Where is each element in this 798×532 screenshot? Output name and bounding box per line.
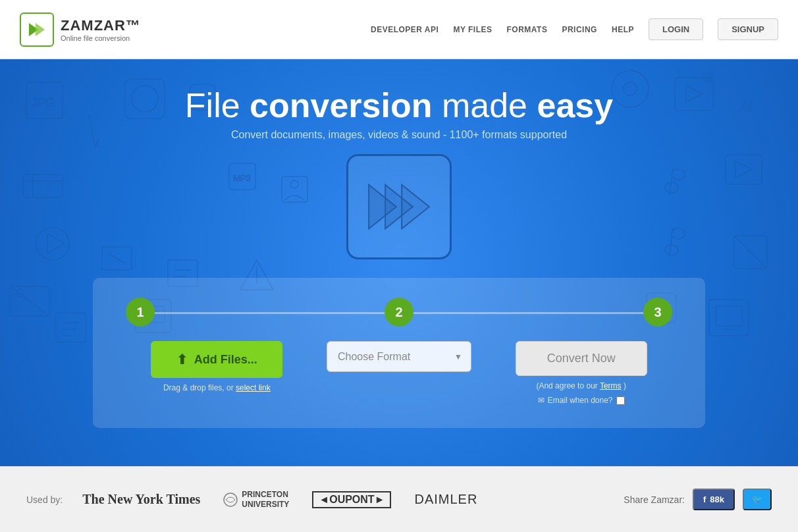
hero-subtitle: Convert documents, images, videos & soun… (231, 129, 567, 141)
svg-point-26 (290, 180, 298, 188)
step-1-number: 1 (126, 298, 155, 327)
svg-line-4 (89, 115, 95, 148)
step-2-col: Choose Format MP4 MP3 PDF JPG PNG (308, 341, 491, 372)
svg-point-36 (672, 169, 685, 180)
logo[interactable]: ZAMZAR™ Online file conversion (20, 13, 141, 47)
step-2-number: 2 (385, 298, 413, 327)
convert-now-button[interactable]: Convert Now (516, 341, 647, 376)
center-conversion-icon (346, 154, 452, 259)
terms-link[interactable]: Terms (600, 381, 622, 390)
select-link[interactable]: select link (236, 383, 271, 392)
logo-icon (20, 13, 54, 47)
nav-developer-api[interactable]: DEVELOPER API (371, 25, 439, 34)
svg-rect-8 (23, 174, 63, 198)
svg-rect-44 (716, 306, 742, 326)
svg-rect-49 (56, 313, 86, 342)
choose-format-select[interactable]: Choose Format MP4 MP3 PDF JPG PNG (327, 341, 471, 372)
svg-line-5 (95, 138, 99, 148)
svg-point-15 (16, 289, 24, 297)
logo-tagline: Online file conversion (61, 34, 141, 42)
svg-rect-43 (709, 300, 749, 336)
footer: Used by: The New York Times PRINCETONUNI… (0, 466, 798, 532)
svg-line-17 (109, 253, 125, 263)
svg-rect-6 (125, 79, 165, 119)
header: ZAMZAR™ Online file conversion DEVELOPER… (0, 0, 798, 59)
email-icon: ✉ (538, 396, 545, 405)
dupont-logo: ◄OUPONT► (312, 491, 391, 508)
email-when-done: ✉ Email when done? (538, 396, 625, 405)
svg-marker-29 (686, 86, 703, 102)
svg-line-14 (10, 286, 49, 316)
svg-text:Ai: Ai (739, 97, 753, 114)
facebook-count: 88k (710, 494, 724, 504)
used-by-label: Used by: (26, 494, 63, 505)
svg-line-39 (734, 236, 767, 269)
signup-button[interactable]: SIGNUP (718, 18, 778, 40)
svg-point-37 (665, 182, 678, 193)
steps-actions: ⬆ Add Files... Drag & drop files, or sel… (126, 341, 672, 405)
nav-help[interactable]: HELP (612, 25, 634, 34)
svg-point-41 (672, 228, 685, 239)
nav-pricing[interactable]: PRICING (562, 25, 597, 34)
svg-point-42 (665, 245, 678, 255)
upload-icon: ⬆ (176, 352, 188, 367)
hero-section: JPG MP3 (0, 59, 798, 466)
footer-brand-logos: The New York Times PRINCETONUNIVERSITY ◄… (82, 490, 624, 509)
logo-text: ZAMZAR™ Online file conversion (61, 17, 141, 42)
steps-header: 1 2 3 (126, 298, 672, 327)
terms-text: (And agree to our Terms ) (536, 381, 626, 390)
add-files-button[interactable]: ⬆ Add Files... (151, 341, 282, 378)
svg-marker-34 (735, 161, 752, 178)
princeton-logo: PRINCETONUNIVERSITY (223, 490, 289, 509)
twitter-share-button[interactable]: 🐦 (743, 489, 772, 510)
nyt-logo: The New York Times (82, 492, 200, 507)
share-section: Share Zamzar: f 88k 🐦 (624, 489, 772, 510)
svg-text:JPG: JPG (32, 96, 55, 109)
login-button[interactable]: LOGIN (649, 18, 703, 40)
svg-marker-12 (47, 234, 65, 253)
svg-rect-33 (726, 155, 762, 184)
step-1-col: ⬆ Add Files... Drag & drop files, or sel… (126, 341, 308, 392)
svg-point-30 (703, 72, 713, 83)
nav-my-files[interactable]: MY FILES (453, 25, 492, 34)
facebook-icon: f (703, 494, 706, 504)
svg-marker-59 (402, 185, 429, 229)
svg-point-32 (624, 82, 637, 95)
share-label: Share Zamzar: (624, 494, 685, 505)
hero-title: File conversion made easy (185, 86, 613, 125)
main-nav: DEVELOPER API MY FILES FORMATS PRICING H… (371, 18, 778, 40)
svg-marker-1 (36, 23, 45, 36)
svg-text:MP3: MP3 (233, 173, 251, 183)
step-3-col: Convert Now (And agree to our Terms ) ✉ … (490, 341, 672, 405)
twitter-icon: 🐦 (752, 494, 762, 504)
email-checkbox[interactable] (616, 396, 625, 405)
daimler-logo: DAIMLER (414, 492, 477, 507)
facebook-share-button[interactable]: f 88k (693, 489, 735, 510)
format-dropdown-wrap: Choose Format MP4 MP3 PDF JPG PNG (327, 341, 471, 372)
drag-drop-text: Drag & drop files, or select link (163, 383, 271, 392)
step-3-number: 3 (643, 298, 672, 327)
logo-name: ZAMZAR™ (61, 17, 141, 34)
steps-container: 1 2 3 ⬆ Add Files... Drag & drop files, … (93, 278, 705, 428)
nav-formats[interactable]: FORMATS (507, 25, 548, 34)
